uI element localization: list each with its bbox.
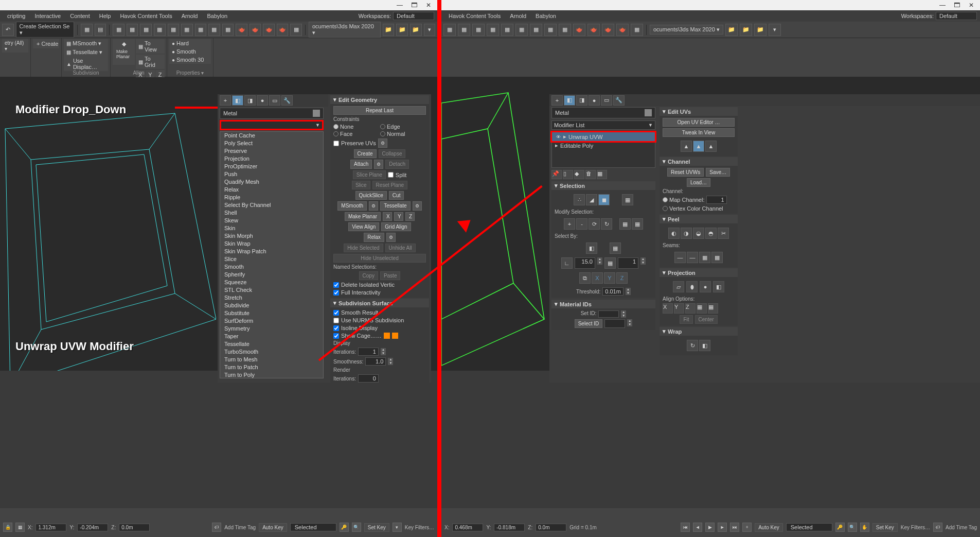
preserve-uvs-checkbox[interactable]: Preserve UVs ⚙ xyxy=(333,138,426,148)
minimize-button[interactable]: — xyxy=(393,1,406,9)
create-tab-icon[interactable]: + xyxy=(220,95,231,106)
hierarchy-tab-icon[interactable]: ◨ xyxy=(244,95,256,106)
map-channel-radio[interactable]: Map Channel:1 xyxy=(663,196,735,204)
isoline-checkbox[interactable]: Isoline Display xyxy=(333,325,426,331)
modify-tab-r-icon[interactable]: ◧ xyxy=(564,95,575,106)
render-iterations-spinner[interactable]: 0 xyxy=(358,374,379,383)
align-y-proj[interactable]: Y xyxy=(674,303,684,314)
select-id-button[interactable]: Select ID xyxy=(575,319,603,328)
modifier-item[interactable]: Skin Morph xyxy=(220,232,323,240)
channel-header[interactable]: ▾ Channel xyxy=(660,157,738,166)
edit-geometry-header[interactable]: ▾ Edit Geometry xyxy=(330,95,429,104)
seam-icon-4[interactable]: ▦ xyxy=(711,252,723,263)
toolbar-btn-11[interactable]: ▦ xyxy=(222,24,234,36)
use-displacement-button[interactable]: ▲ Use Displac… xyxy=(64,57,108,71)
count-spinner[interactable]: 1 xyxy=(618,257,638,269)
toolbar-btn-7[interactable]: ▦ xyxy=(168,24,180,36)
load-uvws-button[interactable]: Load… xyxy=(687,178,710,187)
toolbar-teapot-r4-icon[interactable]: 🫖 xyxy=(616,24,629,36)
msmooth-settings-icon[interactable]: ⚙ xyxy=(369,201,378,211)
modifier-item[interactable]: Spherify xyxy=(220,271,323,279)
geometry-dropdown[interactable]: etry (All) ▾ xyxy=(2,39,28,53)
subdiv-surface-header[interactable]: ▾ Subdivision Surface xyxy=(330,299,429,307)
key-filters-r[interactable]: Key Filters… xyxy=(901,525,930,530)
create-selection-dropdown[interactable]: Create Selection Se ▾ xyxy=(16,22,75,38)
modifier-item[interactable]: Turn to Mesh xyxy=(220,356,323,363)
maximize-button[interactable]: 🗖 xyxy=(407,1,421,9)
align-x-proj[interactable]: X xyxy=(663,303,673,314)
planar-y-button[interactable]: Y xyxy=(394,212,403,221)
zoom-r-icon[interactable]: 🔍 xyxy=(848,523,857,532)
modifier-item[interactable]: Tessellate xyxy=(220,340,323,348)
create-tab-r-icon[interactable]: + xyxy=(551,95,563,106)
toolbar-btn-r7[interactable]: ▦ xyxy=(530,24,542,36)
toolbar-btn-6[interactable]: ▦ xyxy=(154,24,166,36)
toolbar-undo-icon[interactable]: ↶ xyxy=(2,24,14,36)
angle-icon[interactable]: ∟ xyxy=(561,257,573,269)
spinner-down-icon[interactable]: ▼ xyxy=(627,323,632,326)
y-coord-field[interactable]: -0.204m xyxy=(77,524,108,531)
relax-button[interactable]: Relax xyxy=(364,233,384,242)
material-ids-header[interactable]: ▾ Material IDs xyxy=(551,300,655,308)
spinner-down-icon[interactable]: ▼ xyxy=(640,261,646,265)
iterations-spinner[interactable]: 1 xyxy=(358,348,379,356)
modifier-item[interactable]: Select By Channel xyxy=(220,201,323,209)
toolbar-folder-r3-icon[interactable]: 📁 xyxy=(754,24,767,36)
smooth-button[interactable]: ● Smooth xyxy=(169,47,211,56)
peel-icon-4[interactable]: ◓ xyxy=(705,228,717,239)
toolbar-folder-r2-icon[interactable]: 📁 xyxy=(740,24,752,36)
auto-key-button[interactable]: Auto Key xyxy=(259,523,287,532)
modifier-item[interactable]: Skew xyxy=(220,217,323,224)
auto-key-button-r[interactable]: Auto Key xyxy=(755,523,783,532)
element-subobj-icon[interactable]: ▦ xyxy=(622,194,633,205)
menu-help[interactable]: Help xyxy=(95,12,115,20)
stack-editable-poly[interactable]: ▸ Editable Poly xyxy=(552,141,655,150)
spinner-down-icon[interactable]: ▼ xyxy=(621,314,626,318)
wrap-icon-1[interactable]: ↻ xyxy=(687,340,698,351)
modifier-item[interactable]: Skin xyxy=(220,224,323,232)
peel-icon-2[interactable]: ◑ xyxy=(681,228,692,239)
toolbar-btn-4[interactable]: ▦ xyxy=(127,24,138,36)
align-z-proj[interactable]: Z xyxy=(685,303,696,314)
z-axis-icon[interactable]: Z xyxy=(616,272,628,284)
pan-r-icon[interactable]: ✋ xyxy=(860,523,869,532)
workspace-selector[interactable]: Default xyxy=(393,12,434,20)
threshold-spinner[interactable]: 0.01m xyxy=(602,287,623,296)
hard-button[interactable]: ● Hard xyxy=(169,39,211,47)
tag-r-icon[interactable]: 🏷 xyxy=(933,523,942,532)
select-by-element-icon[interactable]: ◧ xyxy=(586,242,597,254)
modifier-item[interactable]: Substitute xyxy=(220,309,323,317)
projection-header[interactable]: ▾ Projection xyxy=(660,268,738,277)
menu-arnold-r[interactable]: Arnold xyxy=(506,12,530,20)
key-icon[interactable]: 🔑 xyxy=(340,523,349,532)
msmooth-geo-button[interactable]: MSmooth xyxy=(337,201,367,211)
workspace-selector-r[interactable]: Default xyxy=(936,12,977,20)
toolbar-btn-r11[interactable]: ▾ xyxy=(769,24,781,36)
smoothness-spinner[interactable]: 1.0 xyxy=(365,357,386,366)
wrap-header[interactable]: ▾ Wrap xyxy=(660,327,738,336)
x-coord-field-r[interactable]: 0.468m xyxy=(452,524,483,531)
z-coord-field-r[interactable]: 0.0m xyxy=(536,524,566,531)
quick-planar-icon[interactable]: ▲ xyxy=(681,141,692,152)
loop-sel-icon[interactable]: ↻ xyxy=(601,218,612,230)
tessellate-settings-icon[interactable]: ⚙ xyxy=(413,201,422,211)
motion-tab-icon[interactable]: ● xyxy=(257,95,268,106)
modifier-item[interactable]: Turn to Patch xyxy=(220,363,323,371)
relax-settings-icon[interactable]: ⚙ xyxy=(386,233,396,242)
edit-uvs-header[interactable]: ▾ Edit UVs xyxy=(660,107,738,116)
toolbar-folder2-icon[interactable]: 📁 xyxy=(396,24,408,36)
modifier-list-dropdown[interactable]: ▼ xyxy=(220,120,324,130)
vertex-subobj-icon[interactable]: ∴ xyxy=(574,194,585,205)
reset-uvws-button[interactable]: Reset UVWs xyxy=(667,168,704,177)
minimize-button[interactable]: — xyxy=(936,1,949,9)
modifier-item[interactable]: Symmetry xyxy=(220,325,323,333)
modifier-item[interactable]: Stretch xyxy=(220,294,323,302)
project-path[interactable]: ocuments\3ds Max 2020 ▾ xyxy=(309,22,381,38)
spherical-projection-icon[interactable]: ● xyxy=(700,281,711,292)
toolbar-btn-12[interactable]: ▦ xyxy=(290,24,302,36)
quickslice-button[interactable]: QuickSlice xyxy=(355,191,387,200)
object-color-swatch[interactable] xyxy=(313,110,320,117)
menu-havok[interactable]: Havok Content Tools xyxy=(116,12,176,20)
box-projection-icon[interactable]: ◧ xyxy=(713,281,724,292)
add-time-tag[interactable]: Add Time Tag xyxy=(224,525,256,530)
